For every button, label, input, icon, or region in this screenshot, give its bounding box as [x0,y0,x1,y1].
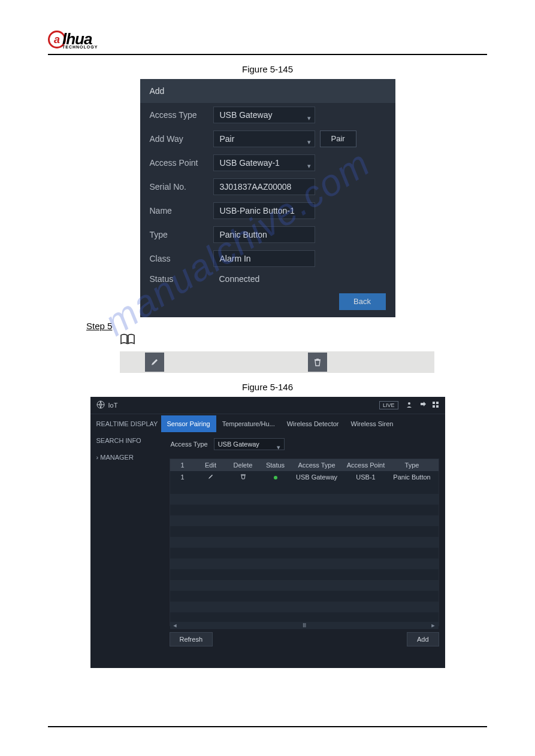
book-icon [120,333,487,348]
value-access-point: USB Gateway-1 [220,154,280,171]
sidebar-item-search[interactable]: SEARCH INFO [90,432,161,449]
label-serial: Serial No. [150,182,208,192]
col-type: Type [389,459,435,471]
label-access-type: Access Type [150,110,208,120]
sensor-table: 1 Edit Delete Status Access Type Access … [170,459,439,626]
sidebar-item-manager[interactable]: MANAGER [90,449,161,466]
cell-status-dot [260,471,291,483]
tab-wireless-detector[interactable]: Wireless Detector [281,415,345,432]
user-icon[interactable] [406,401,413,409]
live-badge: LIVE [379,401,398,409]
svg-rect-5 [436,405,439,408]
col-delete: Delete [226,459,260,471]
table-header: 1 Edit Delete Status Access Type Access … [170,459,439,471]
svg-rect-4 [433,405,435,408]
add-button[interactable]: Add [407,632,439,646]
value-access-type: USB Gateway [220,107,273,123]
value-status: Connected [213,274,260,284]
label-class: Class [150,254,208,263]
input-serial[interactable]: 3J01837AAZ00008 [213,178,315,195]
filter-label: Access Type [171,441,208,448]
table-empty-rows [170,483,439,622]
svg-rect-3 [436,402,439,404]
cell-edit-icon[interactable] [195,471,226,483]
sidebar-item-realtime[interactable]: REALTIME DISPLAY [90,415,161,432]
filter-value: USB Gateway [218,438,259,450]
tab-wireless-siren[interactable]: Wireless Siren [345,415,400,432]
col-edit: Edit [195,459,226,471]
tabs: Sensor Pairing Temperature/Hu... Wireles… [161,415,439,432]
grid-icon[interactable] [432,401,439,409]
footer-rule [48,726,487,727]
col-status: Status [260,459,291,471]
figure-caption-1: Figure 5-145 [48,64,487,74]
tab-temperature[interactable]: Temperature/Hu... [216,415,281,432]
iot-title: IoT [108,402,118,409]
horizontal-scrollbar[interactable]: ◄ Ⅲ ► [170,622,439,629]
input-name[interactable]: USB-Panic Button-1 [213,202,315,219]
col-index: 1 [170,459,195,471]
scroll-thumb[interactable]: Ⅲ [303,623,306,629]
tab-sensor-pairing[interactable]: Sensor Pairing [161,415,216,432]
svg-rect-2 [433,402,435,404]
figure-caption-2: Figure 5-146 [48,382,487,392]
sidebar: REALTIME DISPLAY SEARCH INFO MANAGER [90,414,161,652]
iot-header: IoT LIVE [90,397,445,414]
refresh-button[interactable]: Refresh [170,632,213,646]
input-type[interactable]: Panic Button [213,226,315,243]
cell-access-type: USB Gateway [291,471,343,483]
icon-bar [120,351,434,373]
cell-index: 1 [170,471,195,483]
select-add-way[interactable]: Pair [213,130,315,147]
cell-delete-icon[interactable] [226,471,260,483]
cell-access-point: USB-1 [343,471,389,483]
label-name: Name [150,206,208,215]
pair-button[interactable]: Pair [320,130,356,147]
header: a lhua TECHNOLOGY [48,30,487,55]
dialog-title: Add [140,79,395,103]
label-add-way: Add Way [150,134,208,144]
globe-icon [96,400,105,410]
label-status: Status [150,274,208,284]
filter-select-access-type[interactable]: USB Gateway [214,438,285,450]
input-class[interactable]: Alarm In [213,250,315,267]
cell-type: Panic Button [389,471,435,483]
table-row[interactable]: 1 USB Gateway USB-1 Panic Button [170,471,439,483]
svg-point-1 [408,402,410,405]
scroll-right-icon[interactable]: ► [431,623,436,629]
value-name: USB-Panic Button-1 [220,202,295,219]
value-add-way: Pair [220,130,235,147]
select-access-type[interactable]: USB Gateway [213,107,315,123]
back-button[interactable]: Back [339,293,386,310]
pencil-icon[interactable] [145,353,164,372]
trash-icon[interactable] [308,353,327,372]
col-access-type: Access Type [291,459,343,471]
label-access-point: Access Point [150,158,208,168]
arrow-icon[interactable] [419,401,426,409]
add-dialog: Add Access Type USB Gateway Add Way Pair… [140,79,395,317]
value-type: Panic Button [220,226,267,243]
logo-subtext: TECHNOLOGY [62,45,98,49]
select-access-point[interactable]: USB Gateway-1 [213,154,315,171]
iot-panel: IoT LIVE REALTIME DISPLAY SEARCH INFO MA… [90,397,445,668]
col-access-point: Access Point [343,459,389,471]
value-class: Alarm In [220,250,251,267]
value-serial: 3J01837AAZ00008 [220,178,292,195]
scroll-left-icon[interactable]: ◄ [173,623,178,629]
brand-logo: a lhua TECHNOLOGY [48,30,98,49]
label-type: Type [150,230,208,239]
step-label: Step 5 [86,321,487,331]
